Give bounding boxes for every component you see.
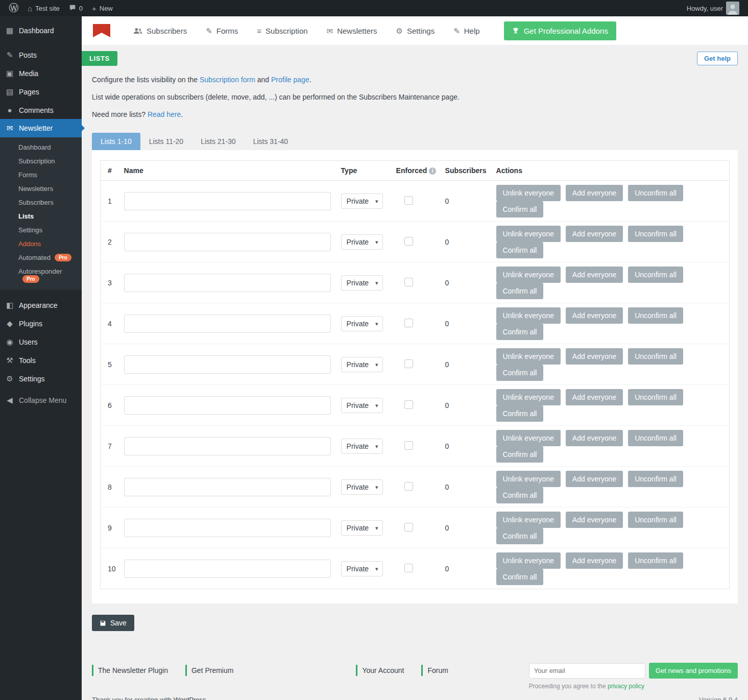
list-name-input[interactable] (124, 478, 331, 496)
confirm-all-button[interactable]: Confirm all (496, 405, 544, 422)
footer-link-account[interactable]: Your Account (356, 665, 404, 676)
unconfirm-all-button[interactable]: Unconfirm all (628, 226, 683, 242)
tab-lists-11-20[interactable]: Lists 11-20 (140, 133, 192, 150)
submenu-item-subscribers[interactable]: Subscribers (0, 196, 82, 209)
list-name-input[interactable] (124, 233, 331, 251)
list-name-input[interactable] (124, 355, 331, 374)
unlink-everyone-button[interactable]: Unlink everyone (496, 348, 561, 365)
unlink-everyone-button[interactable]: Unlink everyone (496, 471, 561, 487)
add-everyone-button[interactable]: Add everyone (566, 348, 623, 365)
subscription-form-link[interactable]: Subscription form (200, 76, 255, 84)
confirm-all-button[interactable]: Confirm all (496, 365, 544, 381)
confirm-all-button[interactable]: Confirm all (496, 446, 544, 463)
submenu-item-lists[interactable]: Lists (0, 209, 82, 223)
profile-page-link[interactable]: Profile page (271, 76, 309, 84)
nav-help[interactable]: ✎ Help (453, 27, 479, 35)
list-name-input[interactable] (124, 192, 331, 210)
unlink-everyone-button[interactable]: Unlink everyone (496, 267, 561, 283)
unlink-everyone-button[interactable]: Unlink everyone (496, 389, 561, 405)
add-everyone-button[interactable]: Add everyone (566, 389, 623, 405)
sidebar-item-media[interactable]: ▣ Media (0, 64, 82, 83)
tab-lists-1-10[interactable]: Lists 1-10 (92, 133, 140, 150)
sidebar-item-plugins[interactable]: ◆ Plugins (0, 315, 82, 333)
new-content-menu[interactable]: + New (87, 0, 117, 16)
add-everyone-button[interactable]: Add everyone (566, 307, 623, 324)
confirm-all-button[interactable]: Confirm all (496, 528, 544, 544)
enforced-checkbox[interactable] (404, 523, 413, 532)
confirm-all-button[interactable]: Confirm all (496, 201, 544, 218)
list-type-select[interactable]: Private (341, 275, 383, 291)
site-name-menu[interactable]: ⌂ Test site (23, 0, 64, 16)
list-type-select[interactable]: Private (341, 439, 383, 454)
submenu-item-forms[interactable]: Forms (0, 168, 82, 182)
collapse-menu-button[interactable]: ◀ Collapse Menu (0, 391, 82, 409)
enforced-checkbox[interactable] (404, 237, 413, 246)
list-type-select[interactable]: Private (341, 234, 383, 250)
list-type-select[interactable]: Private (341, 194, 383, 209)
add-everyone-button[interactable]: Add everyone (566, 430, 623, 446)
footer-link-forum[interactable]: Forum (421, 665, 448, 676)
comments-menu[interactable]: 0 (64, 0, 87, 16)
unlink-everyone-button[interactable]: Unlink everyone (496, 430, 561, 446)
nav-subscribers[interactable]: Subscribers (133, 27, 187, 35)
list-name-input[interactable] (124, 396, 331, 415)
list-name-input[interactable] (124, 519, 331, 537)
enforced-checkbox[interactable] (404, 441, 413, 450)
sidebar-item-users[interactable]: ◉ Users (0, 333, 82, 351)
confirm-all-button[interactable]: Confirm all (496, 283, 544, 299)
sidebar-item-pages[interactable]: ▤ Pages (0, 83, 82, 101)
unlink-everyone-button[interactable]: Unlink everyone (496, 185, 561, 201)
submenu-item-addons[interactable]: Addons (0, 237, 82, 251)
unlink-everyone-button[interactable]: Unlink everyone (496, 552, 561, 569)
list-name-input[interactable] (124, 315, 331, 333)
unconfirm-all-button[interactable]: Unconfirm all (628, 471, 683, 487)
enforced-checkbox[interactable] (404, 319, 413, 327)
enforced-checkbox[interactable] (404, 359, 413, 368)
wordpress-link[interactable]: WordPress (174, 696, 206, 700)
add-everyone-button[interactable]: Add everyone (566, 267, 623, 283)
save-button[interactable]: Save (92, 615, 134, 631)
add-everyone-button[interactable]: Add everyone (566, 185, 623, 201)
unlink-everyone-button[interactable]: Unlink everyone (496, 226, 561, 242)
get-help-button[interactable]: Get help (697, 52, 738, 65)
list-type-select[interactable]: Private (341, 316, 383, 331)
add-everyone-button[interactable]: Add everyone (566, 471, 623, 487)
sidebar-item-dashboard[interactable]: ▦ Dashboard (0, 21, 82, 40)
list-type-select[interactable]: Private (341, 357, 383, 372)
nav-subscription[interactable]: ≡ Subscription (257, 27, 307, 35)
nav-settings[interactable]: ⚙ Settings (396, 27, 435, 35)
unconfirm-all-button[interactable]: Unconfirm all (628, 307, 683, 324)
footer-link-premium[interactable]: Get Premium (185, 665, 233, 676)
confirm-all-button[interactable]: Confirm all (496, 569, 544, 585)
submenu-item-subscription[interactable]: Subscription (0, 154, 82, 168)
sidebar-item-posts[interactable]: ✎ Posts (0, 46, 82, 64)
get-news-button[interactable]: Get news and promotions (649, 663, 738, 679)
sidebar-item-comments[interactable]: ● Comments (0, 101, 82, 119)
list-type-select[interactable]: Private (341, 561, 383, 576)
enforced-checkbox[interactable] (404, 564, 413, 572)
list-type-select[interactable]: Private (341, 398, 383, 413)
add-everyone-button[interactable]: Add everyone (566, 226, 623, 242)
account-menu[interactable]: Howdy, user (682, 0, 744, 16)
add-everyone-button[interactable]: Add everyone (566, 552, 623, 569)
enforced-checkbox[interactable] (404, 482, 413, 491)
enforced-checkbox[interactable] (404, 278, 413, 286)
sidebar-item-tools[interactable]: ⚒ Tools (0, 351, 82, 370)
unlink-everyone-button[interactable]: Unlink everyone (496, 512, 561, 528)
unconfirm-all-button[interactable]: Unconfirm all (628, 512, 683, 528)
add-everyone-button[interactable]: Add everyone (566, 512, 623, 528)
unconfirm-all-button[interactable]: Unconfirm all (628, 552, 683, 569)
unconfirm-all-button[interactable]: Unconfirm all (628, 348, 683, 365)
tab-lists-31-40[interactable]: Lists 31-40 (245, 133, 297, 150)
submenu-item-settings[interactable]: Settings (0, 223, 82, 237)
submenu-item-dashboard[interactable]: Dashboard (0, 140, 82, 154)
unconfirm-all-button[interactable]: Unconfirm all (628, 185, 683, 201)
enforced-checkbox[interactable] (404, 400, 413, 409)
confirm-all-button[interactable]: Confirm all (496, 242, 544, 258)
privacy-policy-link[interactable]: privacy policy (608, 683, 644, 690)
sidebar-item-newsletter[interactable]: ✉ Newsletter (0, 119, 82, 137)
sidebar-item-settings[interactable]: ⚙ Settings (0, 370, 82, 388)
list-name-input[interactable] (124, 560, 331, 578)
list-type-select[interactable]: Private (341, 520, 383, 536)
unconfirm-all-button[interactable]: Unconfirm all (628, 430, 683, 446)
